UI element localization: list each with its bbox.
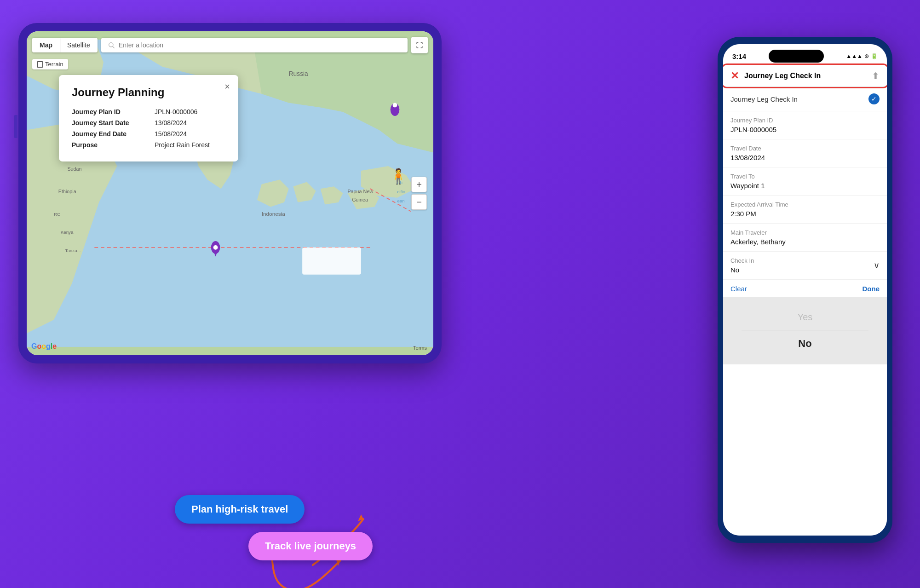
field-travel-date: Travel Date 13/08/2024 [723,139,887,167]
action-bar: Clear Done [723,280,887,297]
svg-rect-21 [302,248,361,275]
picker-option-no[interactable]: No [732,332,878,355]
popup-fields-table: Journey Plan ID JPLN-0000006 Journey Sta… [72,106,225,150]
svg-point-20 [213,245,218,250]
google-logo: Google [31,342,57,351]
done-button[interactable]: Done [862,285,880,293]
field-value-check-in: No [730,266,874,274]
field-check-in[interactable]: Check In No ∨ [723,252,887,280]
popup-close-button[interactable]: × [224,81,230,92]
fullscreen-button[interactable] [411,37,428,53]
signal-icon: ▲▲▲ [846,53,862,59]
field-value: 13/08/2024 [155,117,225,128]
field-label-main-traveler: Main Traveler [730,229,880,236]
phone-content: Journey Leg Check In ✓ Journey Plan ID J… [723,87,887,536]
phone-status-bar: 3:14 ▲▲▲ ⊛ 🔋 [723,44,887,65]
table-row: Purpose Project Rain Forest [72,139,225,150]
field-value: JPLN-0000006 [155,106,225,117]
phone-status-icons: ▲▲▲ ⊛ 🔋 [846,53,878,59]
svg-text:Russia: Russia [289,70,308,77]
wifi-icon: ⊛ [864,53,869,59]
map-toolbar: Map Satellite [32,37,428,53]
field-value: 15/08/2024 [155,128,225,139]
field-label-journey-plan-id: Journey Plan ID [730,117,880,124]
map-tab-satellite[interactable]: Satellite [60,38,98,52]
phone-header: ✕ Journey Leg Check In ⬆ [723,65,887,87]
svg-text:ean: ean [397,198,404,203]
picker-options: Yes No [732,306,878,355]
track-live-journeys-bubble: Track live journeys [248,532,373,560]
table-row: Journey End Date 15/08/2024 [72,128,225,139]
search-icon [108,41,115,49]
field-label-check-in: Check In [730,257,874,264]
field-value-main-traveler: Ackerley, Bethany [730,238,880,246]
svg-text:RC: RC [54,212,60,217]
svg-point-17 [393,103,397,108]
close-button[interactable]: ✕ [730,70,739,82]
map-area[interactable]: Russia Sudan Ethiopia RC Kenya Tanza... … [27,31,433,355]
phone-screen: 3:14 ▲▲▲ ⊛ 🔋 ✕ Journey Leg Check In ⬆ Jo… [723,44,887,536]
zoom-out-button[interactable]: − [411,194,427,210]
field-value-expected-arrival: 2:30 PM [730,210,880,218]
svg-text:Sudan: Sudan [67,166,81,172]
map-type-buttons: Map Satellite [32,38,98,52]
search-input[interactable] [119,41,401,49]
field-value-travel-date: 13/08/2024 [730,154,880,161]
check-circle-icon: ✓ [868,93,880,104]
list-item-check-in: Journey Leg Check In ✓ [723,87,887,111]
terrain-checkbox[interactable] [37,61,43,68]
tablet-screen: Russia Sudan Ethiopia RC Kenya Tanza... … [27,31,433,355]
field-label: Purpose [72,139,155,150]
person-icon: 🧍 [389,167,408,185]
field-label: Journey Start Date [72,117,155,128]
field-label-expected-arrival: Expected Arrival Time [730,201,880,208]
svg-text:Kenya: Kenya [61,230,74,235]
field-value-journey-plan-id: JPLN-0000005 [730,126,880,133]
upload-icon[interactable]: ⬆ [872,70,880,81]
field-journey-plan-id: Journey Plan ID JPLN-0000005 [723,111,887,139]
journey-popup: Journey Planning × Journey Plan ID JPLN-… [59,75,238,161]
check-in-dropdown-content: Check In No [730,257,874,274]
svg-text:Ethiopia: Ethiopia [58,189,76,194]
field-label-travel-to: Travel To [730,173,880,180]
phone-time: 3:14 [732,52,746,60]
plan-high-risk-travel-bubble: Plan high-risk travel [175,495,305,524]
field-travel-to: Travel To Waypoint 1 [723,167,887,196]
table-row: Journey Plan ID JPLN-0000006 [72,106,225,117]
field-label: Journey Plan ID [72,106,155,117]
svg-marker-25 [358,514,363,521]
svg-text:Tanza...: Tanza... [65,248,80,253]
svg-text:cific: cific [397,189,405,194]
clear-button[interactable]: Clear [730,285,747,293]
battery-icon: 🔋 [871,53,878,59]
picker-area[interactable]: Yes No [723,297,887,364]
field-label-travel-date: Travel Date [730,145,880,152]
picker-option-yes[interactable]: Yes [732,306,878,328]
svg-point-22 [109,43,113,47]
field-expected-arrival-time: Expected Arrival Time 2:30 PM [723,196,887,224]
svg-text:Indonesia: Indonesia [262,211,285,217]
field-main-traveler: Main Traveler Ackerley, Bethany [723,224,887,252]
svg-line-23 [112,46,114,48]
popup-title: Journey Planning [72,86,225,99]
list-item-text: Journey Leg Check In [730,95,868,103]
table-row: Journey Start Date 13/08/2024 [72,117,225,128]
phone-header-title: Journey Leg Check In [744,72,866,80]
tablet-side-button [14,115,17,138]
field-label: Journey End Date [72,128,155,139]
terrain-row[interactable]: Terrain [32,59,68,69]
picker-separator [742,330,868,330]
field-value: Project Rain Forest [155,139,225,150]
svg-text:Guinea: Guinea [352,197,368,202]
chevron-down-icon: ∨ [874,260,880,271]
zoom-in-button[interactable]: + [411,177,427,192]
map-terms: Terms [413,345,427,351]
field-value-travel-to: Waypoint 1 [730,182,880,190]
svg-text:Papua New: Papua New [347,189,373,194]
phone-device: 3:14 ▲▲▲ ⊛ 🔋 ✕ Journey Leg Check In ⬆ Jo… [718,37,892,543]
map-tab-map[interactable]: Map [32,38,60,52]
phone-camera-notch [769,50,824,63]
fullscreen-icon [416,41,423,49]
map-controls: + − [411,177,427,210]
map-search-box[interactable] [101,38,408,52]
